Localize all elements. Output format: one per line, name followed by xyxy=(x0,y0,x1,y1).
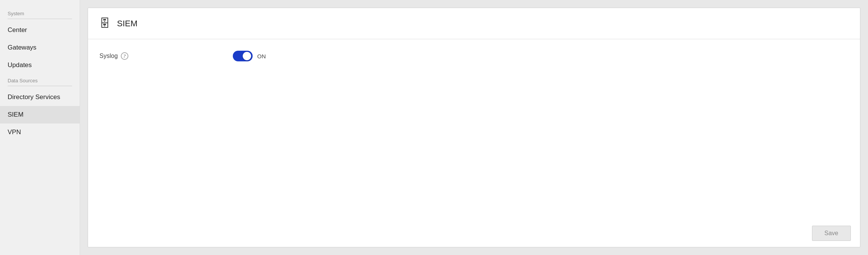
card-body: Syslog ? ON xyxy=(88,39,860,220)
siem-icon: 🗄 xyxy=(99,17,110,30)
syslog-label: Syslog ? xyxy=(99,52,183,60)
syslog-help-icon[interactable]: ? xyxy=(121,52,128,60)
sidebar-item-center[interactable]: Center xyxy=(0,21,80,39)
main-content: 🗄 SIEM Syslog ? ON Save xyxy=(80,0,868,255)
siem-card: 🗄 SIEM Syslog ? ON Save xyxy=(88,8,860,247)
card-footer: Save xyxy=(88,220,860,247)
system-section-label: System xyxy=(0,7,80,19)
sidebar: System Center Gateways Updates Data Sour… xyxy=(0,0,80,255)
syslog-toggle[interactable] xyxy=(233,51,253,61)
system-divider xyxy=(8,19,72,19)
data-sources-divider xyxy=(8,86,72,86)
sidebar-item-vpn[interactable]: VPN xyxy=(0,123,80,141)
sidebar-item-siem[interactable]: SIEM xyxy=(0,106,80,123)
toggle-state-label: ON xyxy=(257,53,266,59)
toggle-container: ON xyxy=(233,51,266,61)
sidebar-item-updates[interactable]: Updates xyxy=(0,56,80,74)
sidebar-item-directory-services[interactable]: Directory Services xyxy=(0,88,80,106)
card-header: 🗄 SIEM xyxy=(88,8,860,39)
page-title: SIEM xyxy=(117,19,138,29)
sidebar-item-gateways[interactable]: Gateways xyxy=(0,39,80,56)
toggle-track xyxy=(233,51,253,61)
syslog-row: Syslog ? ON xyxy=(99,51,849,61)
syslog-text: Syslog xyxy=(99,53,118,59)
toggle-thumb xyxy=(243,52,251,60)
save-button[interactable]: Save xyxy=(812,226,851,241)
data-sources-section-label: Data Sources xyxy=(0,74,80,86)
